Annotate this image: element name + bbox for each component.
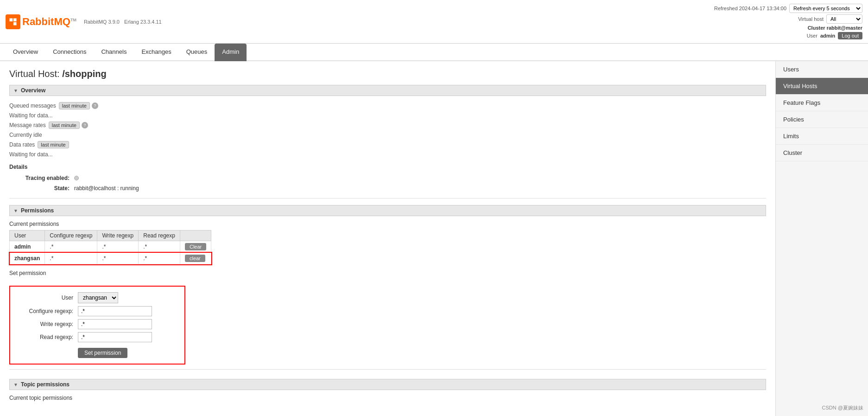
- tracing-row: Tracing enabled:: [9, 173, 766, 183]
- sidebar-item-virtual-hosts[interactable]: Virtual Hosts: [776, 78, 868, 95]
- vhost-row: Virtual host All / /shopping: [798, 14, 862, 24]
- sidebar-item-feature-flags[interactable]: Feature Flags: [776, 95, 868, 111]
- queued-messages-question[interactable]: ?: [92, 102, 98, 109]
- table-row: admin .* .* .* Clear: [10, 241, 211, 253]
- clear-zhangsan-button[interactable]: clear: [185, 255, 205, 262]
- permissions-section-header[interactable]: ▼ Permissions: [9, 205, 766, 216]
- set-permission-button[interactable]: Set permission: [78, 348, 127, 358]
- col-write: Write regexp: [97, 230, 139, 241]
- permissions-toggle-icon: ▼: [13, 208, 18, 213]
- page-title-prefix: Virtual Host:: [9, 69, 62, 79]
- row-zhangsan-actions: clear: [180, 253, 211, 264]
- version-info: RabbitMQ 3.9.0 Erlang 23.3.4.11: [84, 19, 162, 25]
- admin-sidebar: Users Virtual Hosts Feature Flags Polici…: [775, 61, 868, 416]
- overview-toggle-icon: ▼: [13, 88, 18, 93]
- form-user-select[interactable]: zhangsan admin: [78, 292, 118, 303]
- overview-section-title: Overview: [21, 87, 45, 94]
- nav-item-connections[interactable]: Connections: [45, 44, 94, 61]
- nav-item-overview[interactable]: Overview: [6, 44, 45, 61]
- logout-button[interactable]: Log out: [838, 32, 862, 39]
- state-label: State:: [9, 185, 74, 192]
- sidebar-item-cluster[interactable]: Cluster: [776, 145, 868, 161]
- data-rates-badge[interactable]: last minute: [38, 141, 69, 148]
- overview-content: Queued messages last minute ? Waiting fo…: [9, 101, 766, 159]
- current-permissions-label: Current permissions: [9, 221, 766, 227]
- vhost-label: Virtual host: [798, 16, 824, 22]
- sidebar-item-limits[interactable]: Limits: [776, 128, 868, 145]
- svg-rect-2: [13, 22, 17, 25]
- set-permission-form: User zhangsan admin Configure regexp: Wr…: [9, 286, 185, 365]
- waiting-data-1: Waiting for data...: [9, 111, 766, 120]
- row-zhangsan-write: .*: [97, 253, 139, 264]
- queued-messages-badge[interactable]: last minute: [59, 102, 90, 109]
- page-title-vhost: /shopping: [62, 69, 107, 79]
- form-user-label: User: [18, 294, 78, 301]
- currently-idle: Currently idle: [9, 130, 766, 140]
- state-row: State: rabbit@localhost : running: [9, 183, 766, 193]
- message-rates-label: Message rates: [9, 122, 46, 128]
- nav-item-channels[interactable]: Channels: [94, 44, 134, 61]
- nav-item-exchanges[interactable]: Exchanges: [134, 44, 178, 61]
- permissions-table: User Configure regexp Write regexp Read …: [9, 230, 211, 264]
- logo-icon: [6, 14, 20, 29]
- row-admin-write: .*: [97, 241, 139, 253]
- col-configure: Configure regexp: [45, 230, 97, 241]
- divider-1: [9, 198, 766, 198]
- sidebar-item-users[interactable]: Users: [776, 61, 868, 78]
- main-content: Virtual Host: /shopping ▼ Overview Queue…: [0, 61, 775, 416]
- overview-section-header[interactable]: ▼ Overview: [9, 85, 766, 96]
- svg-rect-1: [13, 18, 17, 21]
- nav-item-admin[interactable]: Admin: [215, 44, 247, 61]
- permissions-section: ▼ Permissions Current permissions User C…: [9, 205, 766, 365]
- header: RabbitMQTM RabbitMQ 3.9.0 Erlang 23.3.4.…: [0, 0, 868, 44]
- refresh-select[interactable]: Refresh every 5 seconds Refresh every 10…: [789, 4, 862, 13]
- header-left: RabbitMQTM RabbitMQ 3.9.0 Erlang 23.3.4.…: [6, 14, 162, 29]
- rabbitmq-version: RabbitMQ 3.9.0: [84, 19, 120, 25]
- watermark: CSDN @夏婉妹妹: [822, 404, 863, 411]
- cluster-value: rabbit@master: [827, 25, 862, 31]
- erlang-version: Erlang 23.3.4.11: [124, 19, 162, 25]
- col-actions: [180, 230, 211, 241]
- clear-admin-button[interactable]: Clear: [185, 243, 206, 250]
- topic-section: ▼ Topic permissions Current topic permis…: [9, 379, 766, 401]
- set-permission-area: Set permission User zhangsan admin Confi…: [9, 270, 766, 365]
- queued-messages-label: Queued messages: [9, 102, 56, 109]
- sidebar-item-policies[interactable]: Policies: [776, 111, 868, 128]
- refreshed-label: Refreshed 2024-04-17 13:34:00: [714, 6, 786, 11]
- message-rates-badge[interactable]: last minute: [49, 122, 80, 129]
- set-permission-label: Set permission: [9, 270, 766, 276]
- logo: RabbitMQTM: [6, 14, 76, 29]
- nav-item-queues[interactable]: Queues: [179, 44, 215, 61]
- tracing-dot: [74, 176, 79, 180]
- row-admin-user: admin: [10, 241, 45, 253]
- data-rates-label: Data rates: [9, 141, 35, 148]
- form-write-label: Write regexp:: [18, 321, 78, 327]
- permissions-section-title: Permissions: [21, 207, 54, 214]
- form-user-row: User zhangsan admin: [18, 292, 177, 303]
- topic-section-header[interactable]: ▼ Topic permissions: [9, 379, 766, 390]
- cluster-row: Cluster rabbit@master: [808, 25, 862, 31]
- form-configure-input[interactable]: [78, 306, 152, 316]
- nav: Overview Connections Channels Exchanges …: [0, 44, 868, 61]
- message-rates-row: Message rates last minute ?: [9, 120, 766, 130]
- row-admin-read: .*: [139, 241, 180, 253]
- waiting-data-2: Waiting for data...: [9, 150, 766, 159]
- row-zhangsan-configure: .*: [45, 253, 97, 264]
- form-read-input[interactable]: [78, 332, 152, 342]
- page-title: Virtual Host: /shopping: [9, 69, 766, 79]
- layout: Virtual Host: /shopping ▼ Overview Queue…: [0, 61, 868, 416]
- col-read: Read regexp: [139, 230, 180, 241]
- tracing-value: [74, 175, 79, 181]
- details-section: Details Tracing enabled: State: rabbit@l…: [9, 164, 766, 193]
- form-write-input[interactable]: [78, 319, 152, 329]
- form-configure-row: Configure regexp:: [18, 306, 177, 316]
- vhost-select[interactable]: All / /shopping: [826, 14, 862, 24]
- user-label: User: [807, 33, 817, 38]
- header-right: Refreshed 2024-04-17 13:34:00 Refresh ev…: [714, 4, 862, 39]
- topic-section-title: Topic permissions: [21, 381, 70, 388]
- message-rates-question[interactable]: ?: [82, 122, 88, 128]
- user-row: User admin Log out: [807, 32, 862, 39]
- table-row: zhangsan .* .* .* clear: [10, 253, 211, 264]
- form-read-label: Read regexp:: [18, 334, 78, 340]
- form-configure-label: Configure regexp:: [18, 308, 78, 314]
